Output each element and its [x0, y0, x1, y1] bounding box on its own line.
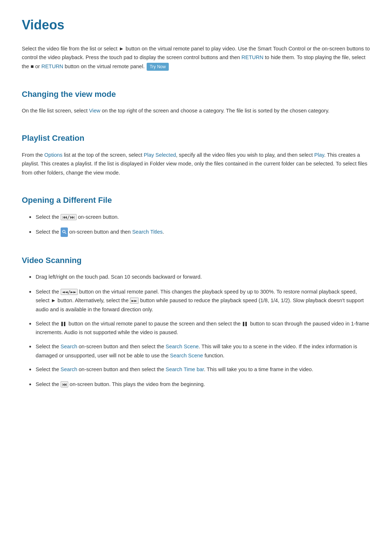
search-scene-link-2: Search Scene — [170, 353, 203, 358]
scanning-bullet-3: Select the button on the virtual remote … — [36, 319, 370, 337]
play-link: Play — [314, 152, 324, 158]
list-item: Select the on-screen button and then Sea… — [22, 227, 370, 237]
search-scene-link-1: Search Scene — [166, 344, 199, 349]
play-selected-link: Play Selected — [144, 152, 176, 158]
return-link-2: RETURN — [41, 63, 63, 69]
fast-forward-icon: ►► — [130, 297, 139, 304]
scanning-bullet-2: Select the ◄◄/►► button on the virtual r… — [36, 287, 370, 314]
list-item: Select the Search on-screen button and t… — [22, 342, 370, 360]
scanning-bullet-4: Select the Search on-screen button and t… — [36, 342, 370, 360]
opening-bullet-1: Select the ⏮/⏭ on-screen button. — [36, 213, 370, 222]
page-title: Videos — [22, 15, 370, 36]
list-item: Select the ◄◄/►► button on the virtual r… — [22, 287, 370, 314]
list-item: Drag left/right on the touch pad. Scan 1… — [22, 272, 370, 282]
section-title-opening-file: Opening a Different File — [22, 190, 370, 206]
section-body-changing-view: On the file list screen, select View on … — [22, 106, 370, 115]
scanning-bullet-6: Select the ⏮ on-screen button. This play… — [36, 380, 370, 389]
search-titles-link: Search Titles — [132, 229, 163, 235]
pause-icon — [61, 321, 66, 327]
section-title-playlist: Playlist Creation — [22, 128, 370, 144]
search-link-1: Search — [61, 344, 77, 349]
opening-file-list: Select the ⏮/⏭ on-screen button. Select … — [22, 213, 370, 237]
section-title-video-scanning: Video Scanning — [22, 250, 370, 267]
scanning-bullet-5: Select the Search on-screen button and t… — [36, 365, 370, 374]
svg-line-1 — [65, 233, 66, 234]
options-link: Options — [44, 152, 62, 158]
intro-paragraph: Select the video file from the list or s… — [22, 44, 370, 71]
skip-icon: ⏮/⏭ — [61, 214, 77, 220]
return-link-1: RETURN — [241, 54, 263, 60]
svg-point-0 — [62, 230, 65, 233]
list-item: Select the ⏮/⏭ on-screen button. — [22, 213, 370, 222]
video-scanning-list: Drag left/right on the touch pad. Scan 1… — [22, 272, 370, 390]
search-icon — [61, 227, 68, 237]
try-now-badge[interactable]: Try Now — [147, 63, 168, 71]
section-body-playlist: From the Options list at the top of the … — [22, 151, 370, 177]
opening-bullet-2: Select the on-screen button and then Sea… — [36, 227, 370, 237]
section-title-changing-view: Changing the view mode — [22, 84, 370, 100]
search-link-2: Search — [61, 366, 77, 372]
list-item: Select the ⏮ on-screen button. This play… — [22, 380, 370, 390]
go-to-start-icon: ⏮ — [61, 381, 68, 387]
search-time-bar-link: Search Time bar — [166, 366, 204, 372]
scanning-bullet-1: Drag left/right on the touch pad. Scan 1… — [36, 272, 370, 282]
pause-icon-2 — [243, 321, 248, 327]
list-item: Select the button on the virtual remote … — [22, 319, 370, 337]
list-item: Select the Search on-screen button and t… — [22, 365, 370, 375]
rewind-forward-icon: ◄◄/►► — [61, 289, 78, 295]
view-link: View — [89, 108, 100, 114]
